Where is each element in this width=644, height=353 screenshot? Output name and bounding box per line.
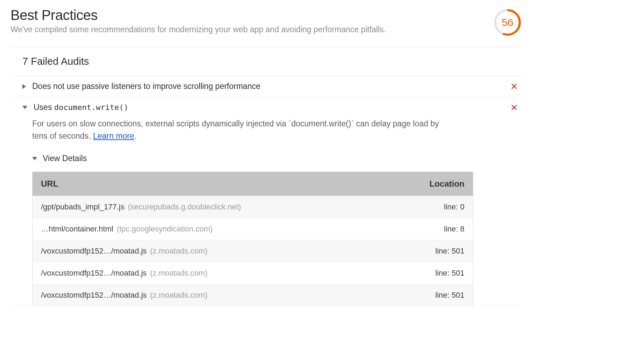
chevron-right-icon	[22, 84, 26, 89]
failed-audits-heading: 7 Failed Audits	[10, 47, 522, 76]
table-row: /voxcustomdfp152…/moatad.js(z.moatads.co…	[33, 240, 473, 262]
report-header: Best Practices We've compiled some recom…	[10, 8, 522, 47]
details-table: URL Location /gpt/pubads_impl_177.js(sec…	[32, 172, 473, 306]
audit-title: Uses document.write()	[34, 103, 510, 112]
score-gauge: 56	[493, 8, 522, 36]
col-header-location: Location	[394, 179, 464, 189]
score-value: 56	[502, 16, 513, 28]
table-header: URL Location	[33, 172, 473, 196]
cell-url: /gpt/pubads_impl_177.js(securepubads.g.d…	[41, 202, 394, 212]
cell-url: /voxcustomdfp152…/moatad.js(z.moatads.co…	[41, 269, 394, 278]
view-details-label: View Details	[43, 154, 87, 163]
view-details-toggle[interactable]: View Details	[10, 149, 522, 172]
chevron-down-icon	[32, 157, 37, 160]
table-row: /voxcustomdfp152…/moatad.js(z.moatads.co…	[33, 284, 473, 306]
col-header-url: URL	[41, 179, 394, 189]
table-row: /gpt/pubads_impl_177.js(securepubads.g.d…	[33, 196, 473, 218]
cell-url: …html/container.html(tpc.googlesyndicati…	[41, 224, 394, 234]
cell-location: line: 501	[394, 269, 464, 278]
cell-url: /voxcustomdfp152…/moatad.js(z.moatads.co…	[41, 247, 394, 256]
learn-more-link[interactable]: Learn more	[93, 131, 134, 140]
audit-item: Uses document.write() ✕ For users on slo…	[10, 97, 522, 306]
report-title: Best Practices	[10, 8, 386, 22]
audit-toggle[interactable]: Uses document.write() ✕	[10, 97, 522, 118]
report-subtitle: We've compiled some recommendations for …	[10, 25, 386, 35]
audit-title: Does not use passive listeners to improv…	[32, 82, 510, 91]
table-row: …html/container.html(tpc.googlesyndicati…	[33, 218, 473, 240]
audit-item: Does not use passive listeners to improv…	[10, 76, 522, 97]
audit-toggle[interactable]: Does not use passive listeners to improv…	[10, 76, 522, 97]
cell-location: line: 501	[394, 247, 464, 256]
audit-description: For users on slow connections, external …	[10, 118, 522, 149]
fail-icon: ✕	[510, 82, 522, 91]
chevron-down-icon	[22, 106, 27, 109]
cell-location: line: 8	[394, 224, 464, 234]
table-row: /voxcustomdfp152…/moatad.js(z.moatads.co…	[33, 262, 473, 284]
cell-location: line: 501	[394, 291, 464, 300]
fail-icon: ✕	[510, 103, 522, 112]
cell-url: /voxcustomdfp152…/moatad.js(z.moatads.co…	[41, 291, 394, 300]
cell-location: line: 0	[394, 202, 464, 212]
